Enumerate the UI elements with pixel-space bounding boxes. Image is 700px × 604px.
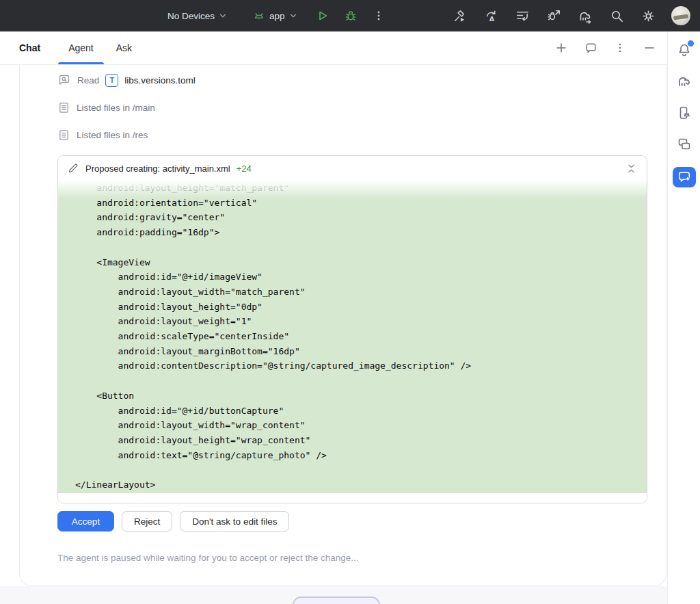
ai-chat-icon[interactable] — [673, 167, 696, 187]
change-action-buttons: Accept Reject Don't ask to edit files — [57, 511, 666, 531]
proposed-change-card: Proposed creating: activity_main.xml +24… — [57, 155, 647, 503]
notifications-bell-icon[interactable] — [675, 41, 693, 59]
proposed-change-header: Proposed creating: activity_main.xml +24 — [58, 156, 647, 181]
right-tool-sidebar — [667, 31, 700, 604]
settings-gear-icon[interactable] — [640, 8, 656, 24]
tool-step-read-file[interactable]: Read T libs.versions.toml — [57, 73, 666, 87]
more-actions-kebab-icon[interactable] — [371, 8, 387, 24]
agent-status-text: The agent is paused while waiting for yo… — [57, 553, 666, 563]
user-avatar[interactable] — [671, 6, 690, 25]
accept-button[interactable]: Accept — [57, 511, 114, 531]
gradle-elephant-icon[interactable] — [675, 73, 693, 90]
tab-ask[interactable]: Ask — [113, 31, 135, 64]
device-manager-icon[interactable] — [675, 104, 693, 122]
tab-agent[interactable]: Agent — [66, 31, 96, 64]
step-label: Listed files in /res — [77, 130, 148, 140]
run-config-label: app — [269, 11, 285, 21]
main-toolbar: No Devices app — [0, 0, 700, 31]
debug-icon[interactable] — [342, 8, 359, 24]
diff-code-text: android:orientation="vertical" android:g… — [75, 196, 647, 493]
build-hammer-icon[interactable] — [451, 8, 468, 24]
run-config-selector[interactable]: app — [252, 9, 298, 23]
agent-chat-panel: Read T libs.versions.toml Listed files i… — [19, 65, 667, 586]
tool-step-listed-main[interactable]: Listed files in /main — [57, 101, 666, 114]
device-selector-label: No Devices — [167, 11, 215, 21]
diff-card-footer — [58, 493, 647, 503]
list-history-icon[interactable] — [514, 8, 530, 24]
new-chat-plus-icon[interactable] — [554, 41, 568, 55]
panel-options-kebab-icon[interactable] — [613, 41, 627, 55]
diff-clipped-line: android:layout_height="match_parent" — [75, 181, 647, 196]
chevron-down-icon — [218, 11, 228, 21]
android-head-icon — [252, 9, 266, 23]
notification-badge — [687, 40, 695, 47]
run-icon[interactable] — [314, 8, 331, 24]
apply-changes-icon[interactable]: A — [483, 8, 499, 24]
running-devices-icon[interactable] — [675, 135, 693, 153]
attach-debugger-icon[interactable] — [546, 8, 562, 24]
svg-text:A: A — [489, 15, 494, 23]
file-list-icon — [57, 101, 70, 114]
window-title: Chat — [19, 42, 40, 53]
step-file-name: libs.versions.toml — [124, 75, 196, 86]
collapse-diff-icon[interactable] — [624, 161, 638, 175]
chevron-down-icon — [288, 11, 298, 21]
added-lines-badge: +24 — [237, 163, 252, 174]
proposed-change-title: Proposed creating: activity_main.xml — [85, 163, 230, 174]
bottom-strip — [0, 586, 667, 604]
search-icon[interactable] — [608, 8, 625, 24]
android-studio-window: No Devices app — [0, 0, 700, 604]
read-file-icon — [57, 73, 71, 87]
step-label: Listed files in /main — [77, 103, 155, 113]
diff-code-viewer[interactable]: android:layout_height="match_parent" and… — [58, 181, 647, 493]
gradle-sync-icon[interactable] — [577, 8, 593, 24]
chat-history-icon[interactable] — [584, 41, 597, 55]
chat-tabstrip: Chat Agent Ask — [0, 31, 667, 65]
hide-panel-minus-icon[interactable] — [643, 41, 656, 55]
step-action-label: Read — [77, 75, 99, 86]
tool-step-listed-res[interactable]: Listed files in /res — [57, 128, 666, 142]
dont-ask-button[interactable]: Don't ask to edit files — [180, 511, 289, 531]
edit-pencil-icon — [67, 162, 79, 174]
reject-button[interactable]: Reject — [122, 511, 172, 531]
peeking-pill-button[interactable] — [293, 596, 380, 604]
device-selector[interactable]: No Devices — [167, 11, 228, 21]
toml-file-icon: T — [105, 74, 118, 87]
file-list-icon — [57, 129, 70, 142]
